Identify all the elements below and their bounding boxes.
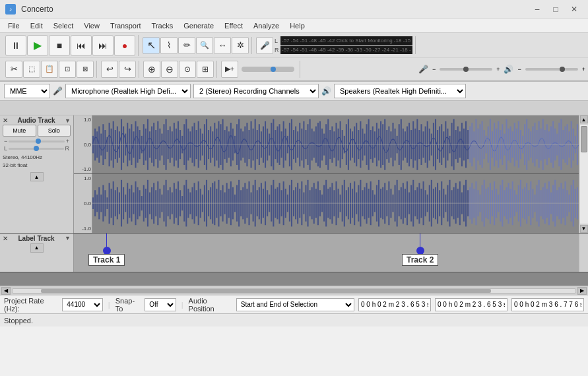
- y-min-bot: -1.0: [75, 226, 91, 232]
- timeline-ruler[interactable]: ▼ -15 0 15 30 45 1:00 1:15 1:30 1:45 2:0…: [0, 101, 588, 115]
- select-tool-button[interactable]: ↖: [143, 37, 160, 54]
- menu-view[interactable]: View: [79, 20, 105, 31]
- zoom-in-button[interactable]: ⊕: [143, 61, 160, 78]
- input-vol-minus: −: [432, 66, 436, 73]
- menu-analyze[interactable]: Analyze: [248, 20, 284, 31]
- zoom-out-button[interactable]: ⊖: [161, 61, 178, 78]
- collapse-track-button[interactable]: ▲: [30, 172, 44, 181]
- envelope-tool-button[interactable]: ⌇: [160, 37, 178, 54]
- skip-back-button[interactable]: ⏮: [71, 35, 92, 56]
- copy-button[interactable]: ⬚: [23, 61, 40, 78]
- playback-speed-slider[interactable]: [242, 67, 294, 72]
- track2-marker: Track 2: [402, 234, 438, 272]
- position-2-input[interactable]: [435, 298, 507, 311]
- scroll-down-button[interactable]: ▼: [580, 225, 588, 233]
- playback-slider-thumb: [271, 67, 276, 72]
- main-tracks-area: ✕ Audio Track ▼ Mute Solo − + L: [0, 115, 588, 286]
- pan-l: L: [4, 145, 7, 152]
- menu-effect[interactable]: Effect: [219, 20, 248, 31]
- vertical-scrollbar[interactable]: ▲ ▼: [579, 115, 588, 233]
- label-track-close[interactable]: ✕: [3, 235, 8, 242]
- trim-button[interactable]: ⊡: [59, 61, 76, 78]
- api-select[interactable]: MME: [4, 84, 50, 98]
- position-3-input[interactable]: [511, 298, 584, 311]
- y-axis-top: 1.0 0.0 -1.0: [74, 115, 92, 173]
- label-scrollbar: [579, 234, 588, 272]
- gain-slider[interactable]: [9, 141, 64, 142]
- output-device-select[interactable]: Speakers (Realtek High Definiti...: [334, 84, 466, 98]
- hscroll-track[interactable]: [12, 288, 576, 294]
- tool-section: ↖ ⌇ ✏ 🔍 ↔ ✲: [140, 37, 252, 54]
- label-track-dropdown[interactable]: ▼: [65, 235, 71, 241]
- waveform-canvas-top[interactable]: [92, 115, 579, 173]
- mic-enable-button[interactable]: 🎤: [256, 37, 273, 54]
- input-slider-thumb: [463, 67, 469, 72]
- menu-help[interactable]: Help: [284, 20, 310, 31]
- snap-to-select[interactable]: Off: [145, 298, 176, 311]
- playback-zoom-in-button[interactable]: ▶+: [221, 61, 238, 78]
- titlebar: ♪ Concerto – □ ✕: [0, 0, 588, 18]
- pause-button[interactable]: ⏸: [5, 35, 26, 56]
- zoom-tool-button[interactable]: 🔍: [196, 37, 213, 54]
- input-device-select[interactable]: Microphone (Realtek High Defi...: [65, 84, 191, 98]
- menu-select[interactable]: Select: [48, 20, 79, 31]
- silence-button[interactable]: ⊠: [77, 61, 94, 78]
- minimize-button[interactable]: –: [529, 3, 546, 16]
- zoom-fit-button[interactable]: ⊞: [197, 61, 214, 78]
- mute-button[interactable]: Mute: [3, 125, 36, 137]
- input-vol-slider[interactable]: [440, 68, 492, 71]
- menu-transport[interactable]: Transport: [105, 20, 147, 31]
- track2-marker-line: [420, 234, 420, 247]
- undo-button[interactable]: ↩: [101, 61, 118, 78]
- timeshift-tool-button[interactable]: ↔: [214, 37, 231, 54]
- project-rate-select[interactable]: 44100: [62, 298, 103, 311]
- draw-tool-button[interactable]: ✏: [178, 37, 195, 54]
- skip-fwd-button[interactable]: ⏭: [92, 35, 114, 56]
- label-track-row: ✕ Label Track ▼ ▲ Track 1: [0, 234, 588, 273]
- waveform-canvas-bottom[interactable]: [92, 174, 579, 232]
- hscroll-right-button[interactable]: ▶: [577, 287, 587, 295]
- pan-r: R: [65, 145, 70, 152]
- zoom-section: ⊕ ⊖ ⊙ ⊞: [141, 61, 217, 78]
- selection-mode-select[interactable]: Start and End of Selection: [236, 298, 354, 311]
- vu-meter-left[interactable]: -57 -54 -51 -48 -45 -42 Click to Start M…: [280, 36, 412, 45]
- transport-section: ⏸ ▶ ■ ⏮ ⏭ ●: [3, 35, 139, 56]
- output-vol-slider[interactable]: [525, 68, 578, 71]
- redo-button[interactable]: ↪: [119, 61, 136, 78]
- record-button[interactable]: ●: [114, 35, 135, 56]
- sep1: |: [108, 301, 110, 309]
- position-1-input[interactable]: [358, 298, 431, 311]
- pan-slider[interactable]: [9, 148, 63, 150]
- menu-edit[interactable]: Edit: [25, 20, 48, 31]
- menu-generate[interactable]: Generate: [178, 20, 219, 31]
- solo-button[interactable]: Solo: [38, 125, 71, 137]
- input-vol-icon: 🎤: [418, 65, 428, 74]
- maximize-button[interactable]: □: [547, 3, 564, 16]
- gain-plus: +: [66, 138, 69, 144]
- label-track-content[interactable]: Track 1 Track 2: [74, 234, 579, 272]
- menu-tracks[interactable]: Tracks: [147, 20, 179, 31]
- track-close-x[interactable]: ✕: [3, 117, 8, 124]
- vu-meter-right[interactable]: -57 -54 -51 -48 -45 -42 -39 -36 -33 -30 …: [280, 46, 412, 54]
- y-axis-bottom: 1.0 0.0 -1.0: [74, 174, 92, 232]
- horizontal-scrollbar[interactable]: ◀ ▶: [0, 286, 588, 295]
- track1-marker-line: [106, 234, 107, 247]
- cut-button[interactable]: ✂: [5, 61, 22, 78]
- vu-l-text: -57 -54 -51 -48 -45 -42 Click to Start M…: [282, 38, 411, 44]
- hscroll-left-button[interactable]: ◀: [1, 287, 11, 295]
- scroll-up-button[interactable]: ▲: [580, 115, 588, 123]
- collapse-label-track-button[interactable]: ▲: [30, 243, 44, 253]
- multi-tool-button[interactable]: ✲: [232, 37, 249, 54]
- input-vol-plus: +: [496, 66, 500, 73]
- track1-label: Track 1: [88, 254, 125, 266]
- scroll-track[interactable]: [580, 125, 588, 224]
- channels-select[interactable]: 2 (Stereo) Recording Channels: [193, 84, 319, 98]
- stop-button[interactable]: ■: [49, 35, 70, 56]
- playback-section: ▶+: [218, 61, 300, 78]
- track-dropdown-arrow[interactable]: ▼: [65, 117, 71, 124]
- menu-file[interactable]: File: [3, 20, 25, 31]
- zoom-sel-button[interactable]: ⊙: [179, 61, 196, 78]
- play-button[interactable]: ▶: [27, 35, 48, 56]
- close-button[interactable]: ✕: [566, 3, 583, 16]
- paste-button[interactable]: 📋: [41, 61, 58, 78]
